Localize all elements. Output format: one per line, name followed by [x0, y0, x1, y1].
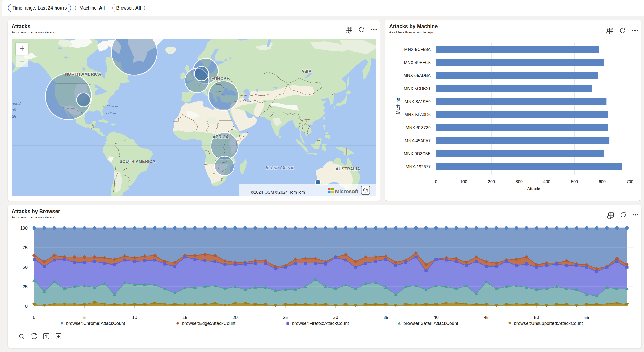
svg-text:Microsoft: Microsoft — [335, 188, 358, 194]
svg-text:browser:Edge:AttackCount: browser:Edge:AttackCount — [182, 321, 235, 326]
svg-text:75: 75 — [23, 245, 28, 250]
svg-text:NORTH AMERICA: NORTH AMERICA — [65, 72, 101, 76]
svg-text:MNX-3A19E9: MNX-3A19E9 — [405, 99, 431, 104]
svg-text:©2024 OSM ©2024 TomTom: ©2024 OSM ©2024 TomTom — [251, 190, 305, 195]
svg-text:browser:Unsupported:AttackCoun: browser:Unsupported:AttackCount — [514, 321, 583, 326]
svg-text:100: 100 — [460, 179, 467, 184]
svg-text:100: 100 — [20, 226, 28, 231]
svg-text:MNX-5FA0D6: MNX-5FA0D6 — [404, 112, 431, 117]
svg-text:ий: ий — [12, 108, 16, 112]
svg-text:ASIA: ASIA — [301, 69, 312, 74]
svg-text:700: 700 — [626, 179, 633, 184]
svg-text:Machine: Machine — [396, 98, 401, 114]
svg-text:400: 400 — [543, 179, 550, 184]
svg-text:AUSTRALIA: AUSTRALIA — [335, 167, 360, 171]
svg-text:500: 500 — [571, 179, 578, 184]
svg-text:MNX-49EEC5: MNX-49EEC5 — [404, 60, 431, 65]
svg-text:0: 0 — [25, 304, 28, 309]
svg-text:MNX-65ADBA: MNX-65ADBA — [404, 73, 431, 78]
svg-text:SOUTH AMERICA: SOUTH AMERICA — [120, 159, 156, 164]
svg-text:0: 0 — [435, 179, 437, 184]
svg-text:оный: оный — [12, 102, 21, 106]
svg-text:ан: ан — [12, 114, 16, 118]
svg-text:EUROPE: EUROPE — [211, 76, 229, 81]
svg-text:25: 25 — [23, 284, 28, 289]
svg-text:browser:Safari:AttackCount: browser:Safari:AttackCount — [403, 321, 458, 326]
svg-text:MNX-5CDB21: MNX-5CDB21 — [404, 86, 431, 91]
svg-text:MNX-45AFA7: MNX-45AFA7 — [405, 138, 431, 143]
svg-text:Attacks: Attacks — [527, 186, 541, 191]
svg-text:600: 600 — [598, 179, 606, 184]
svg-text:MNX-5CF58A: MNX-5CF58A — [404, 47, 431, 52]
svg-text:MNX-0D3C5E: MNX-0D3C5E — [404, 151, 431, 156]
svg-text:browser:Firefox:AttackCount: browser:Firefox:AttackCount — [292, 321, 349, 326]
svg-text:200: 200 — [488, 179, 495, 184]
svg-text:browser:Chrome:AttackCount: browser:Chrome:AttackCount — [66, 321, 125, 326]
svg-text:MNX-613739: MNX-613739 — [406, 125, 431, 130]
svg-text:MNX-192677: MNX-192677 — [406, 164, 431, 169]
svg-text:Indian Ocean: Indian Ocean — [266, 165, 295, 170]
svg-text:50: 50 — [23, 265, 28, 270]
svg-text:300: 300 — [515, 179, 523, 184]
svg-text:AFRICA: AFRICA — [213, 135, 229, 139]
